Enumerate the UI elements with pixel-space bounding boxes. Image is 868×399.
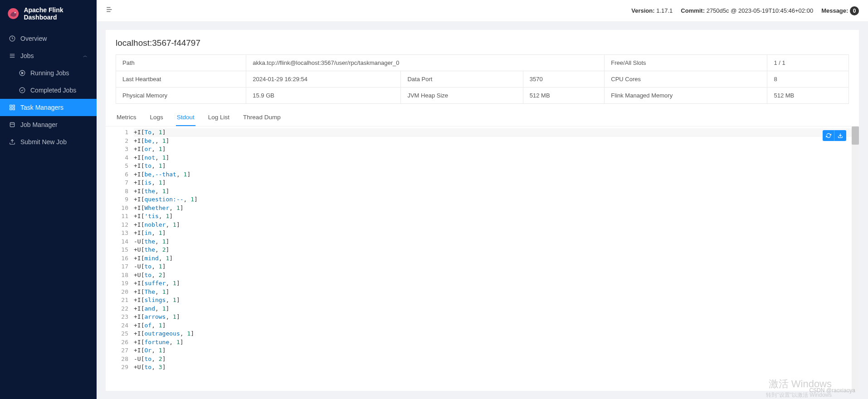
log-line: +I[to, 1] bbox=[134, 162, 859, 170]
upload-icon bbox=[9, 139, 15, 145]
svg-rect-9 bbox=[10, 105, 12, 107]
tab-thread-dump[interactable]: Thread Dump bbox=[242, 109, 282, 126]
log-line: -U[the, 1] bbox=[134, 238, 859, 246]
line-number: 14 bbox=[106, 238, 128, 246]
line-number: 12 bbox=[106, 221, 128, 229]
free-slots-value: 1 / 1 bbox=[767, 55, 849, 71]
tabs: Metrics Logs Stdout Log List Thread Dump bbox=[106, 109, 859, 127]
log-line: -U[to, 1] bbox=[134, 263, 859, 271]
log-line: +I[To, 1] bbox=[134, 128, 859, 137]
download-button[interactable] bbox=[834, 130, 846, 141]
play-icon bbox=[19, 70, 25, 76]
nav-label: Completed Jobs bbox=[30, 87, 76, 94]
svg-rect-11 bbox=[10, 108, 12, 110]
nav-completed-jobs[interactable]: Completed Jobs bbox=[0, 82, 97, 99]
line-number: 19 bbox=[106, 279, 128, 288]
flink-mem-label: Flink Managed Memory bbox=[605, 88, 767, 104]
log-line: +I[Or, 1] bbox=[134, 346, 859, 355]
path-value: akka.tcp://flink@localhost:3567/user/rpc… bbox=[246, 55, 605, 71]
nav-label: Job Manager bbox=[20, 121, 58, 128]
line-number: 28 bbox=[106, 355, 128, 364]
message-badge[interactable]: 0 bbox=[850, 6, 859, 15]
heartbeat-value: 2024-01-29 16:29:54 bbox=[246, 71, 401, 88]
log-line: +I[slings, 1] bbox=[134, 296, 859, 305]
build-icon bbox=[9, 122, 15, 128]
data-port-label: Data Port bbox=[401, 71, 523, 88]
check-icon bbox=[19, 87, 25, 93]
line-number: 24 bbox=[106, 321, 128, 330]
sidebar: Apache Flink Dashboard Overview Jobs ︿ bbox=[0, 0, 97, 399]
log-line: +I[of, 1] bbox=[134, 321, 859, 330]
log-line: +I[mind, 1] bbox=[134, 254, 859, 263]
log-line: +I[be,, 1] bbox=[134, 137, 859, 146]
line-number: 23 bbox=[106, 313, 128, 321]
line-number: 10 bbox=[106, 204, 128, 213]
line-number: 25 bbox=[106, 330, 128, 338]
sidebar-header: Apache Flink Dashboard bbox=[0, 0, 97, 27]
tab-metrics[interactable]: Metrics bbox=[116, 109, 137, 126]
nav-submit-job[interactable]: Submit New Job bbox=[0, 133, 97, 151]
log-line: +U[to, 3] bbox=[134, 363, 859, 372]
log-line: +I[and, 1] bbox=[134, 305, 859, 313]
line-number: 16 bbox=[106, 254, 128, 263]
log-line: +I['tis, 1] bbox=[134, 212, 859, 221]
svg-rect-10 bbox=[13, 105, 15, 107]
nav-task-managers[interactable]: Task Managers bbox=[0, 99, 97, 116]
log-line: +I[Whether, 1] bbox=[134, 204, 859, 213]
log-line: +U[to, 2] bbox=[134, 271, 859, 280]
version-value: 1.17.1 bbox=[656, 7, 673, 14]
nav-jobs[interactable]: Jobs ︿ bbox=[0, 47, 97, 64]
menu-toggle-icon[interactable] bbox=[106, 5, 114, 16]
log-line: +I[outrageous, 1] bbox=[134, 330, 859, 338]
log-line: +I[fortune, 1] bbox=[134, 338, 859, 347]
nav-label: Running Jobs bbox=[30, 69, 69, 77]
line-number: 17 bbox=[106, 263, 128, 271]
message-info: Message: 0 bbox=[821, 6, 859, 15]
cpu-cores-value: 8 bbox=[767, 71, 849, 88]
line-number: 5 bbox=[106, 162, 128, 170]
line-number: 15 bbox=[106, 246, 128, 254]
task-manager-info-table: Path akka.tcp://flink@localhost:3567/use… bbox=[116, 54, 849, 104]
log-line: +I[arrows, 1] bbox=[134, 313, 859, 321]
scrollbar-thumb[interactable] bbox=[852, 127, 859, 145]
svg-marker-7 bbox=[22, 72, 24, 74]
version-info: Version: 1.17.1 bbox=[631, 7, 673, 14]
free-slots-label: Free/All Slots bbox=[605, 55, 767, 71]
svg-rect-13 bbox=[10, 122, 14, 127]
tab-stdout[interactable]: Stdout bbox=[176, 109, 195, 126]
chevron-up-icon: ︿ bbox=[83, 53, 88, 59]
line-number: 8 bbox=[106, 187, 128, 196]
log-line: -U[to, 2] bbox=[134, 355, 859, 364]
line-number: 26 bbox=[106, 338, 128, 347]
line-number: 27 bbox=[106, 346, 128, 355]
line-number: 18 bbox=[106, 271, 128, 280]
scrollbar[interactable] bbox=[852, 127, 859, 391]
line-number: 7 bbox=[106, 179, 128, 187]
refresh-button[interactable] bbox=[823, 130, 834, 141]
nav-job-manager[interactable]: Job Manager bbox=[0, 116, 97, 133]
log-content[interactable]: +I[To, 1]+I[be,, 1]+I[or, 1]+I[not, 1]+I… bbox=[134, 128, 859, 391]
svg-point-1 bbox=[15, 12, 16, 14]
nav-label: Task Managers bbox=[20, 104, 63, 111]
line-number: 3 bbox=[106, 145, 128, 154]
nav-running-jobs[interactable]: Running Jobs bbox=[0, 64, 97, 82]
commit-value: 2750d5c @ 2023-05-19T10:45:46+02:00 bbox=[707, 7, 813, 14]
line-number: 21 bbox=[106, 296, 128, 305]
line-number: 2 bbox=[106, 137, 128, 146]
log-line: +I[question:--, 1] bbox=[134, 195, 859, 204]
line-number: 29 bbox=[106, 363, 128, 372]
nav-overview[interactable]: Overview bbox=[0, 30, 97, 47]
data-port-value: 3570 bbox=[523, 71, 605, 88]
line-number: 22 bbox=[106, 305, 128, 313]
tab-logs[interactable]: Logs bbox=[149, 109, 164, 126]
line-number: 1 bbox=[106, 128, 128, 137]
grid-icon bbox=[9, 104, 15, 111]
dashboard-icon bbox=[9, 35, 15, 42]
log-line: +I[The, 1] bbox=[134, 288, 859, 297]
app-title: Apache Flink Dashboard bbox=[24, 6, 89, 21]
tab-log-list[interactable]: Log List bbox=[207, 109, 230, 126]
bars-icon bbox=[9, 53, 15, 59]
stdout-log-viewer: 1234567891011121314151617181920212223242… bbox=[106, 127, 859, 391]
log-line: +I[is, 1] bbox=[134, 179, 859, 187]
nav-label: Submit New Job bbox=[20, 138, 67, 146]
